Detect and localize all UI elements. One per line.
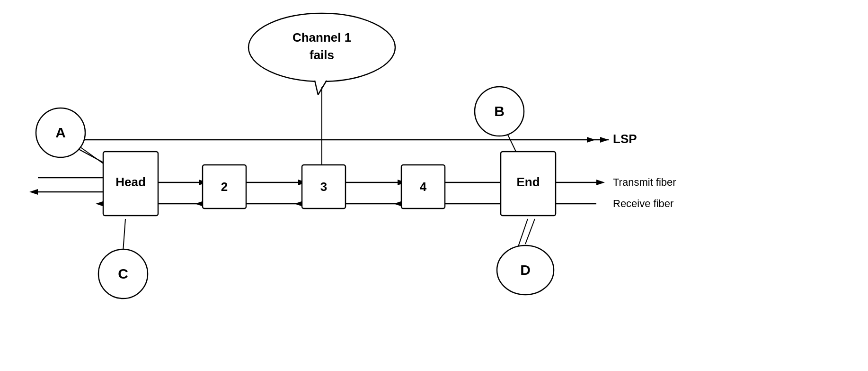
circle-a-label: A: [55, 125, 66, 140]
diagram-container: Head 2 3 4 End A B C D Ch: [0, 0, 868, 371]
lsp-label: LSP: [613, 132, 637, 146]
end-label: End: [516, 175, 540, 189]
receive-fiber-label: Receive fiber: [613, 198, 673, 209]
node2-label: 2: [221, 180, 228, 194]
svg-marker-19: [29, 189, 38, 195]
svg-marker-8: [596, 180, 605, 185]
node4-label: 4: [420, 180, 427, 194]
head-label: Head: [115, 175, 146, 189]
circle-d-label: D: [520, 262, 531, 278]
circle-b-label: B: [494, 103, 505, 119]
svg-line-23: [123, 219, 125, 251]
callout-bubble: [248, 13, 395, 81]
node3-label: 3: [320, 180, 327, 194]
callout-line1: Channel 1: [292, 30, 351, 45]
circle-c-label: C: [118, 266, 128, 281]
callout-line2: fails: [310, 48, 334, 62]
transmit-fiber-label: Transmit fiber: [613, 176, 676, 188]
